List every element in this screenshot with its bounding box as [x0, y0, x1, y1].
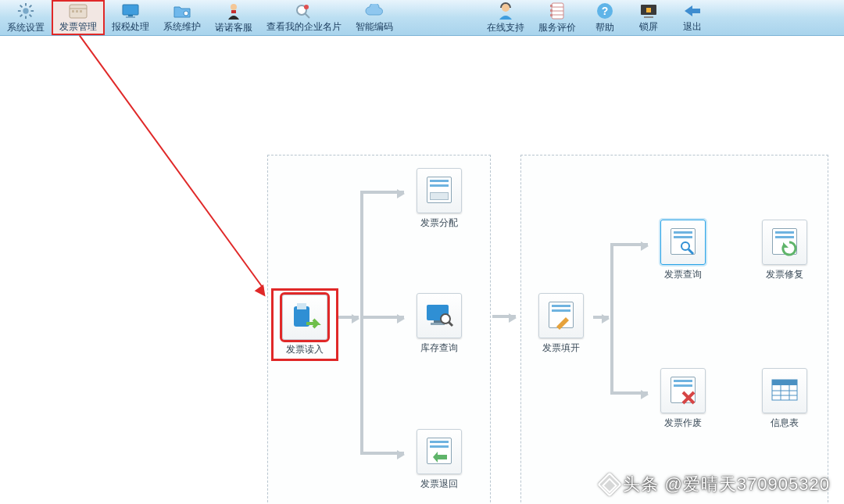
doc-icon	[424, 175, 455, 206]
annotation-arrow	[79, 35, 264, 289]
toolbar-maintain[interactable]: 系统维护	[156, 0, 208, 35]
toolbar-label: 诺诺客服	[215, 21, 252, 34]
help-icon: ?	[596, 2, 613, 20]
doc-return-icon	[424, 436, 455, 467]
doc-edit-icon	[545, 300, 577, 331]
svg-line-8	[30, 5, 32, 7]
doc-refresh-icon	[769, 227, 800, 258]
usb-import-icon	[289, 302, 320, 333]
svg-line-7	[20, 14, 23, 16]
svg-rect-19	[231, 10, 236, 13]
svg-line-42	[449, 322, 452, 326]
svg-rect-16	[126, 16, 135, 18]
toolbar-gap	[400, 0, 480, 35]
svg-text:?: ?	[602, 5, 609, 17]
svg-rect-11	[72, 10, 74, 13]
toolbar-service[interactable]: 诺诺客服	[208, 0, 259, 35]
connector	[360, 316, 404, 319]
doc-void-icon	[667, 375, 699, 406]
toolbar-help[interactable]: ? 帮助	[583, 0, 627, 35]
svg-rect-48	[772, 380, 797, 385]
connector	[610, 243, 648, 246]
agent-icon	[226, 2, 241, 20]
connector	[360, 452, 404, 455]
toolbar-label: 退出	[683, 20, 702, 34]
node-invoice-read[interactable]: 发票读入	[276, 293, 334, 358]
cloud-icon	[364, 2, 384, 19]
node-invoice-return[interactable]: 发票退回	[410, 429, 468, 491]
connector	[610, 243, 613, 393]
node-label: 发票读入	[286, 343, 324, 356]
toolbar-label: 锁屏	[639, 20, 658, 34]
workflow-canvas: 发票读入 发票分配 库存查询 发票退回	[0, 36, 844, 504]
node-label: 发票作废	[664, 416, 702, 430]
gear-icon	[17, 2, 34, 20]
main-toolbar: 系统设置 发票管理 报税处理 系统维护 诺诺客服 查看我的企业名片	[0, 0, 844, 36]
svg-rect-37	[297, 303, 306, 309]
svg-rect-28	[550, 5, 553, 7]
node-invoice-fill[interactable]: 发票填开	[532, 293, 590, 355]
lock-screen-icon	[639, 2, 658, 19]
svg-line-5	[20, 5, 23, 7]
svg-rect-13	[80, 10, 82, 13]
svg-rect-15	[128, 15, 133, 16]
toolbar-rating[interactable]: 服务评价	[531, 0, 583, 35]
toolbar-smartcode[interactable]: 智能编码	[349, 0, 400, 35]
monitor-icon	[121, 2, 140, 19]
monitor-search-icon	[424, 300, 455, 331]
watermark-text: 头条 @爱晴天370905320	[623, 473, 830, 496]
toolbar-system-settings[interactable]: 系统设置	[0, 0, 52, 35]
svg-point-21	[304, 5, 309, 9]
notebook-icon	[549, 2, 565, 20]
toolbar-exit[interactable]: 退出	[671, 0, 714, 35]
card-search-icon	[295, 2, 313, 19]
svg-point-17	[184, 11, 188, 16]
flow-panel-right: 发票填开 发票查询 发票修复 发票作废 信息表	[520, 155, 828, 504]
connector	[338, 316, 359, 319]
support-icon	[497, 2, 514, 20]
svg-rect-12	[76, 10, 78, 13]
node-invoice-void[interactable]: 发票作废	[654, 368, 712, 430]
toolbar-label: 帮助	[595, 21, 614, 34]
toolbar-online-support[interactable]: 在线支持	[480, 0, 531, 35]
toolbar-label: 智能编码	[356, 20, 393, 34]
connector	[593, 316, 609, 319]
node-label: 发票修复	[766, 268, 803, 281]
toolbar-label: 在线支持	[487, 21, 524, 34]
connector-between-panels	[492, 315, 516, 318]
node-label: 发票退回	[420, 477, 458, 491]
toolbar-label: 服务评价	[538, 21, 576, 34]
toolbar-label: 系统设置	[7, 21, 45, 34]
node-invoice-repair[interactable]: 发票修复	[756, 220, 814, 281]
svg-rect-34	[646, 8, 651, 13]
toolbar-label: 查看我的企业名片	[266, 20, 342, 34]
svg-rect-35	[644, 16, 653, 18]
toolbar-lock[interactable]: 锁屏	[627, 0, 671, 35]
node-label: 发票查询	[664, 268, 702, 281]
node-invoice-assign[interactable]: 发票分配	[410, 168, 468, 230]
node-label: 信息表	[771, 416, 799, 430]
toolbar-label: 报税处理	[112, 20, 149, 34]
folder-gear-icon	[173, 2, 191, 19]
svg-rect-29	[550, 9, 553, 12]
node-stock-query[interactable]: 库存查询	[410, 293, 468, 355]
node-info-table[interactable]: 信息表	[756, 368, 814, 430]
watermark: 头条 @爱晴天370905320	[601, 473, 830, 496]
svg-rect-30	[550, 14, 553, 16]
toolbar-label: 发票管理	[59, 20, 97, 34]
toolbar-label: 系统维护	[163, 20, 201, 34]
flow-panel-left: 发票读入 发票分配 库存查询 发票退回	[267, 155, 491, 504]
node-label: 发票填开	[542, 341, 580, 355]
toolbar-tax[interactable]: 报税处理	[105, 0, 156, 35]
back-arrow-icon	[683, 2, 702, 19]
svg-point-23	[502, 4, 510, 12]
doc-search-icon	[667, 227, 699, 258]
svg-point-18	[231, 4, 237, 10]
calendar-icon	[69, 3, 88, 19]
svg-line-44	[688, 249, 693, 254]
svg-line-6	[30, 14, 32, 16]
node-invoice-query[interactable]: 发票查询	[654, 220, 712, 281]
toolbar-invoice-mgmt[interactable]: 发票管理	[52, 0, 105, 35]
svg-point-0	[23, 8, 28, 13]
toolbar-namecard[interactable]: 查看我的企业名片	[259, 0, 349, 35]
